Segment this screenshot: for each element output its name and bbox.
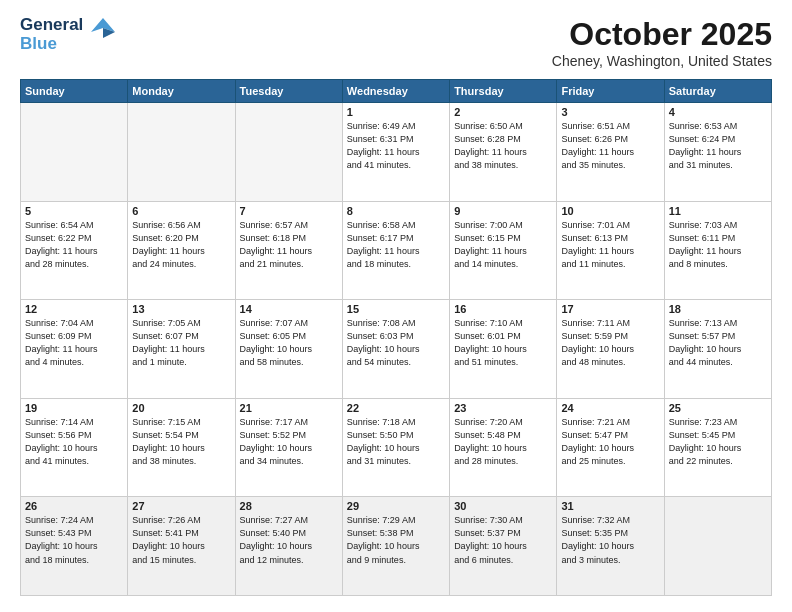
table-row: 27Sunrise: 7:26 AM Sunset: 5:41 PM Dayli…: [128, 497, 235, 596]
table-row: 14Sunrise: 7:07 AM Sunset: 6:05 PM Dayli…: [235, 300, 342, 399]
table-row: 7Sunrise: 6:57 AM Sunset: 6:18 PM Daylig…: [235, 201, 342, 300]
table-row: 22Sunrise: 7:18 AM Sunset: 5:50 PM Dayli…: [342, 398, 449, 497]
table-row: 12Sunrise: 7:04 AM Sunset: 6:09 PM Dayli…: [21, 300, 128, 399]
cell-content: Sunrise: 7:27 AM Sunset: 5:40 PM Dayligh…: [240, 514, 338, 566]
day-number: 22: [347, 402, 445, 414]
cell-content: Sunrise: 7:07 AM Sunset: 6:05 PM Dayligh…: [240, 317, 338, 369]
table-row: 17Sunrise: 7:11 AM Sunset: 5:59 PM Dayli…: [557, 300, 664, 399]
day-number: 12: [25, 303, 123, 315]
day-number: 17: [561, 303, 659, 315]
table-row: [21, 103, 128, 202]
cell-content: Sunrise: 7:23 AM Sunset: 5:45 PM Dayligh…: [669, 416, 767, 468]
day-number: 24: [561, 402, 659, 414]
table-row: [235, 103, 342, 202]
table-row: [664, 497, 771, 596]
cell-content: Sunrise: 7:20 AM Sunset: 5:48 PM Dayligh…: [454, 416, 552, 468]
calendar-table: Sunday Monday Tuesday Wednesday Thursday…: [20, 79, 772, 596]
col-sunday: Sunday: [21, 80, 128, 103]
day-number: 9: [454, 205, 552, 217]
day-number: 18: [669, 303, 767, 315]
cell-content: Sunrise: 7:11 AM Sunset: 5:59 PM Dayligh…: [561, 317, 659, 369]
col-tuesday: Tuesday: [235, 80, 342, 103]
day-number: 5: [25, 205, 123, 217]
header: General Blue October 2025 Cheney, Washin…: [20, 16, 772, 69]
logo: General Blue: [20, 16, 117, 53]
day-number: 3: [561, 106, 659, 118]
cell-content: Sunrise: 7:26 AM Sunset: 5:41 PM Dayligh…: [132, 514, 230, 566]
day-number: 31: [561, 500, 659, 512]
day-number: 23: [454, 402, 552, 414]
calendar-week-row: 5Sunrise: 6:54 AM Sunset: 6:22 PM Daylig…: [21, 201, 772, 300]
day-number: 21: [240, 402, 338, 414]
day-number: 25: [669, 402, 767, 414]
table-row: 2Sunrise: 6:50 AM Sunset: 6:28 PM Daylig…: [450, 103, 557, 202]
calendar-week-row: 19Sunrise: 7:14 AM Sunset: 5:56 PM Dayli…: [21, 398, 772, 497]
table-row: 23Sunrise: 7:20 AM Sunset: 5:48 PM Dayli…: [450, 398, 557, 497]
table-row: 28Sunrise: 7:27 AM Sunset: 5:40 PM Dayli…: [235, 497, 342, 596]
table-row: 6Sunrise: 6:56 AM Sunset: 6:20 PM Daylig…: [128, 201, 235, 300]
calendar-week-row: 12Sunrise: 7:04 AM Sunset: 6:09 PM Dayli…: [21, 300, 772, 399]
table-row: 9Sunrise: 7:00 AM Sunset: 6:15 PM Daylig…: [450, 201, 557, 300]
col-friday: Friday: [557, 80, 664, 103]
day-number: 10: [561, 205, 659, 217]
table-row: [128, 103, 235, 202]
table-row: 8Sunrise: 6:58 AM Sunset: 6:17 PM Daylig…: [342, 201, 449, 300]
cell-content: Sunrise: 7:04 AM Sunset: 6:09 PM Dayligh…: [25, 317, 123, 369]
table-row: 20Sunrise: 7:15 AM Sunset: 5:54 PM Dayli…: [128, 398, 235, 497]
cell-content: Sunrise: 7:30 AM Sunset: 5:37 PM Dayligh…: [454, 514, 552, 566]
cell-content: Sunrise: 6:50 AM Sunset: 6:28 PM Dayligh…: [454, 120, 552, 172]
logo-blue: Blue: [20, 35, 83, 54]
day-number: 29: [347, 500, 445, 512]
cell-content: Sunrise: 7:18 AM Sunset: 5:50 PM Dayligh…: [347, 416, 445, 468]
table-row: 11Sunrise: 7:03 AM Sunset: 6:11 PM Dayli…: [664, 201, 771, 300]
table-row: 1Sunrise: 6:49 AM Sunset: 6:31 PM Daylig…: [342, 103, 449, 202]
day-number: 7: [240, 205, 338, 217]
cell-content: Sunrise: 7:21 AM Sunset: 5:47 PM Dayligh…: [561, 416, 659, 468]
calendar-header-row: Sunday Monday Tuesday Wednesday Thursday…: [21, 80, 772, 103]
cell-content: Sunrise: 7:15 AM Sunset: 5:54 PM Dayligh…: [132, 416, 230, 468]
cell-content: Sunrise: 6:51 AM Sunset: 6:26 PM Dayligh…: [561, 120, 659, 172]
month-title: October 2025: [552, 16, 772, 53]
table-row: 31Sunrise: 7:32 AM Sunset: 5:35 PM Dayli…: [557, 497, 664, 596]
cell-content: Sunrise: 7:05 AM Sunset: 6:07 PM Dayligh…: [132, 317, 230, 369]
day-number: 16: [454, 303, 552, 315]
day-number: 4: [669, 106, 767, 118]
location-subtitle: Cheney, Washington, United States: [552, 53, 772, 69]
logo-general: General: [20, 16, 83, 35]
day-number: 26: [25, 500, 123, 512]
table-row: 21Sunrise: 7:17 AM Sunset: 5:52 PM Dayli…: [235, 398, 342, 497]
cell-content: Sunrise: 6:49 AM Sunset: 6:31 PM Dayligh…: [347, 120, 445, 172]
cell-content: Sunrise: 6:58 AM Sunset: 6:17 PM Dayligh…: [347, 219, 445, 271]
cell-content: Sunrise: 7:29 AM Sunset: 5:38 PM Dayligh…: [347, 514, 445, 566]
logo-bird-icon: [89, 16, 117, 52]
cell-content: Sunrise: 7:32 AM Sunset: 5:35 PM Dayligh…: [561, 514, 659, 566]
cell-content: Sunrise: 7:24 AM Sunset: 5:43 PM Dayligh…: [25, 514, 123, 566]
cell-content: Sunrise: 6:54 AM Sunset: 6:22 PM Dayligh…: [25, 219, 123, 271]
cell-content: Sunrise: 7:08 AM Sunset: 6:03 PM Dayligh…: [347, 317, 445, 369]
day-number: 2: [454, 106, 552, 118]
table-row: 16Sunrise: 7:10 AM Sunset: 6:01 PM Dayli…: [450, 300, 557, 399]
cell-content: Sunrise: 6:56 AM Sunset: 6:20 PM Dayligh…: [132, 219, 230, 271]
col-monday: Monday: [128, 80, 235, 103]
day-number: 20: [132, 402, 230, 414]
cell-content: Sunrise: 7:10 AM Sunset: 6:01 PM Dayligh…: [454, 317, 552, 369]
cell-content: Sunrise: 6:57 AM Sunset: 6:18 PM Dayligh…: [240, 219, 338, 271]
cell-content: Sunrise: 7:00 AM Sunset: 6:15 PM Dayligh…: [454, 219, 552, 271]
table-row: 19Sunrise: 7:14 AM Sunset: 5:56 PM Dayli…: [21, 398, 128, 497]
table-row: 15Sunrise: 7:08 AM Sunset: 6:03 PM Dayli…: [342, 300, 449, 399]
table-row: 5Sunrise: 6:54 AM Sunset: 6:22 PM Daylig…: [21, 201, 128, 300]
cell-content: Sunrise: 6:53 AM Sunset: 6:24 PM Dayligh…: [669, 120, 767, 172]
cell-content: Sunrise: 7:14 AM Sunset: 5:56 PM Dayligh…: [25, 416, 123, 468]
day-number: 13: [132, 303, 230, 315]
table-row: 29Sunrise: 7:29 AM Sunset: 5:38 PM Dayli…: [342, 497, 449, 596]
table-row: 10Sunrise: 7:01 AM Sunset: 6:13 PM Dayli…: [557, 201, 664, 300]
cell-content: Sunrise: 7:13 AM Sunset: 5:57 PM Dayligh…: [669, 317, 767, 369]
table-row: 18Sunrise: 7:13 AM Sunset: 5:57 PM Dayli…: [664, 300, 771, 399]
day-number: 11: [669, 205, 767, 217]
cell-content: Sunrise: 7:01 AM Sunset: 6:13 PM Dayligh…: [561, 219, 659, 271]
page: General Blue October 2025 Cheney, Washin…: [0, 0, 792, 612]
table-row: 3Sunrise: 6:51 AM Sunset: 6:26 PM Daylig…: [557, 103, 664, 202]
day-number: 15: [347, 303, 445, 315]
table-row: 24Sunrise: 7:21 AM Sunset: 5:47 PM Dayli…: [557, 398, 664, 497]
day-number: 8: [347, 205, 445, 217]
